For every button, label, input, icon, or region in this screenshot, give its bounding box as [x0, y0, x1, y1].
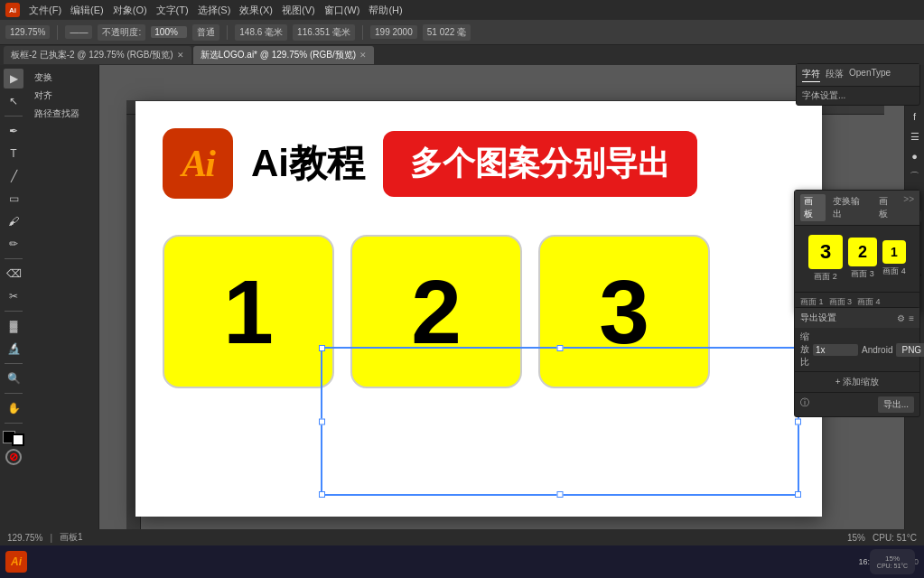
- artboards-panel-header[interactable]: 画板 变换输出 画板 >>: [795, 191, 919, 226]
- menu-file[interactable]: 文件(F): [29, 4, 61, 17]
- tab-1[interactable]: 板框-2 已执案-2 @ 129.75% (RGB/预览) ✕: [4, 46, 191, 64]
- banner-text: 多个图案分别导出: [410, 142, 670, 186]
- tool-fill[interactable]: ▓: [4, 316, 23, 336]
- panel-align[interactable]: 对齐: [31, 87, 95, 105]
- export-format-select[interactable]: PNG JPG SVG: [896, 343, 924, 357]
- toolbar-zoom[interactable]: 129.75%: [5, 25, 50, 39]
- artboard-thumb-3-box[interactable]: 3: [808, 235, 843, 269]
- artboard-thumb-1-label: 画面 4: [882, 266, 906, 277]
- tab-2-close[interactable]: ✕: [359, 51, 367, 60]
- right-icon-brushes[interactable]: ⌒: [907, 168, 923, 184]
- top-menu-bar: Ai 文件(F) 编辑(E) 对象(O) 文字(T) 选择(S) 效果(X) 视…: [0, 0, 924, 20]
- menu-help[interactable]: 帮助(H): [369, 4, 402, 17]
- taskbar: Ai 16:24 2024/8/10 15% CPU: 51°C: [0, 545, 924, 578]
- toolbar-opacity-input[interactable]: [151, 26, 187, 38]
- tool-eyedropper[interactable]: 🔬: [4, 339, 23, 359]
- ai-logo: Ai: [163, 128, 233, 199]
- tool-sep-2: [5, 258, 23, 259]
- toolbar-x[interactable]: 199 2000: [370, 25, 417, 39]
- tool-zoom[interactable]: 🔍: [4, 368, 23, 388]
- tool-pencil[interactable]: ✏: [4, 234, 23, 254]
- artboard-thumb-2[interactable]: 2 画面 3: [848, 238, 877, 280]
- artboard-thumb-3[interactable]: 3 画面 2: [808, 235, 843, 283]
- tool-sep-3: [5, 311, 23, 312]
- right-icon-ot[interactable]: f: [907, 108, 923, 125]
- red-banner: 多个图案分别导出: [383, 131, 697, 197]
- status-bar: 129.75% | 画板1 15% CPU: 51°C: [0, 529, 924, 545]
- taskbar-ai-icon[interactable]: Ai: [5, 551, 27, 573]
- export-info-icon: ⓘ: [800, 396, 874, 413]
- tutorial-title: Ai教程: [251, 138, 365, 189]
- toolbar-y[interactable]: 51 022 毫: [423, 24, 471, 41]
- ap-tab-artboard[interactable]: 画板: [800, 194, 826, 221]
- export-scale-input[interactable]: [813, 344, 858, 356]
- tool-select[interactable]: ▶: [4, 69, 23, 89]
- ap-tab-more[interactable]: >>: [903, 194, 914, 221]
- fill-stroke-toggle[interactable]: [3, 428, 24, 446]
- left-toolbar: ▶ ↖ ✒ T ╱ ▭ 🖌 ✏ ⌫ ✂ ▓ 🔬 🔍 ✋ ⊘: [0, 65, 27, 558]
- menu-view[interactable]: 视图(V): [282, 4, 315, 17]
- char-tab-ot[interactable]: OpenType: [849, 68, 891, 82]
- toolbar-sep-1: [57, 25, 58, 40]
- toolbar-stroke[interactable]: ——: [65, 25, 92, 39]
- artboard-thumb-1[interactable]: 1 画面 4: [882, 240, 906, 277]
- tool-sep-1: [5, 116, 23, 117]
- artboards-panel: 画板 变换输出 画板 >> 3 画面 2 2 画面 3 1 画面 4 画面 1 …: [794, 190, 920, 312]
- tab-1-close[interactable]: ✕: [177, 51, 184, 60]
- status-separator: |: [50, 533, 52, 543]
- toolbar-size-h[interactable]: 116.351 毫米: [293, 24, 355, 41]
- char-tab-para[interactable]: 段落: [826, 68, 844, 82]
- char-tab-char[interactable]: 字符: [802, 68, 820, 82]
- artboard-thumb-2-box[interactable]: 2: [848, 238, 877, 266]
- panel-transform[interactable]: 变换: [31, 69, 95, 87]
- toolbar-sep-3: [362, 25, 363, 40]
- tool-pen[interactable]: ✒: [4, 121, 23, 141]
- export-icon-more[interactable]: ≡: [909, 313, 914, 323]
- menu-select[interactable]: 选择(S): [198, 4, 231, 17]
- card-3-number: 3: [599, 260, 649, 364]
- menu-type[interactable]: 文字(T): [156, 4, 189, 17]
- none-indicator[interactable]: ⊘: [5, 449, 22, 465]
- cards-row: 1 2 3: [163, 235, 710, 388]
- tool-line[interactable]: ╱: [4, 166, 23, 186]
- tool-eraser[interactable]: ⌫: [4, 264, 23, 284]
- menu-edit[interactable]: 编辑(E): [70, 4, 104, 17]
- right-icon-color[interactable]: ●: [907, 148, 923, 164]
- tab-2[interactable]: 新选LOGO.ai* @ 129.75% (RGB/预览) ✕: [193, 46, 374, 64]
- toolbar-size-w[interactable]: 148.6 毫米: [235, 24, 287, 41]
- export-scale-row: 缩放比 Android PNG JPG SVG: [795, 328, 919, 371]
- ap-tab-export[interactable]: 变换输出: [829, 194, 872, 221]
- canvas-surface[interactable]: Ai Ai教程 多个图案分别导出 1 2: [135, 101, 822, 517]
- menu-object[interactable]: 对象(O): [113, 4, 147, 17]
- export-panel-header[interactable]: 导出设置 ⚙ ≡: [795, 308, 919, 328]
- toolbar-opacity-label: 不透明度:: [98, 24, 145, 41]
- export-footer: ⓘ 导出...: [795, 392, 919, 416]
- tool-rect[interactable]: ▭: [4, 189, 23, 209]
- ap-tab-artboard2[interactable]: 画板: [875, 194, 901, 221]
- tool-hand[interactable]: ✋: [4, 398, 23, 418]
- export-icon-settings[interactable]: ⚙: [897, 313, 905, 323]
- tool-sep-5: [5, 393, 23, 394]
- card-1: 1: [163, 235, 334, 388]
- panel-pathfinder[interactable]: 路径查找器: [31, 105, 95, 123]
- stroke-swatch[interactable]: [12, 434, 24, 446]
- tool-direct-select[interactable]: ↖: [4, 91, 23, 111]
- char-panel-header[interactable]: 字符 段落 OpenType: [797, 64, 919, 87]
- header-row: Ai Ai教程 多个图案分别导出: [163, 128, 697, 199]
- artboard-thumb-1-box[interactable]: 1: [882, 240, 906, 264]
- card-3: 3: [538, 235, 710, 388]
- canvas-area[interactable]: 0 50 100 200 300 400 500 Ai Ai教程: [99, 65, 904, 558]
- menu-effect[interactable]: 效果(X): [239, 4, 273, 17]
- tool-sep-4: [5, 363, 23, 364]
- export-add-button[interactable]: + 添加缩放: [795, 371, 919, 392]
- menu-window[interactable]: 窗口(W): [324, 4, 360, 17]
- tool-type[interactable]: T: [4, 144, 23, 163]
- right-icon-lib[interactable]: ☰: [907, 128, 923, 144]
- tool-paintbrush[interactable]: 🖌: [4, 211, 23, 231]
- export-button[interactable]: 导出...: [878, 396, 914, 413]
- main-layout: ▶ ↖ ✒ T ╱ ▭ 🖌 ✏ ⌫ ✂ ▓ 🔬 🔍 ✋ ⊘ 变换 对齐 路径查找…: [0, 65, 924, 558]
- tab-2-label: 新选LOGO.ai* @ 129.75% (RGB/预览): [201, 49, 356, 61]
- export-suffix-label: Android: [862, 345, 892, 355]
- toolbar-mode: 普通: [192, 24, 219, 41]
- tool-scissors[interactable]: ✂: [4, 286, 23, 306]
